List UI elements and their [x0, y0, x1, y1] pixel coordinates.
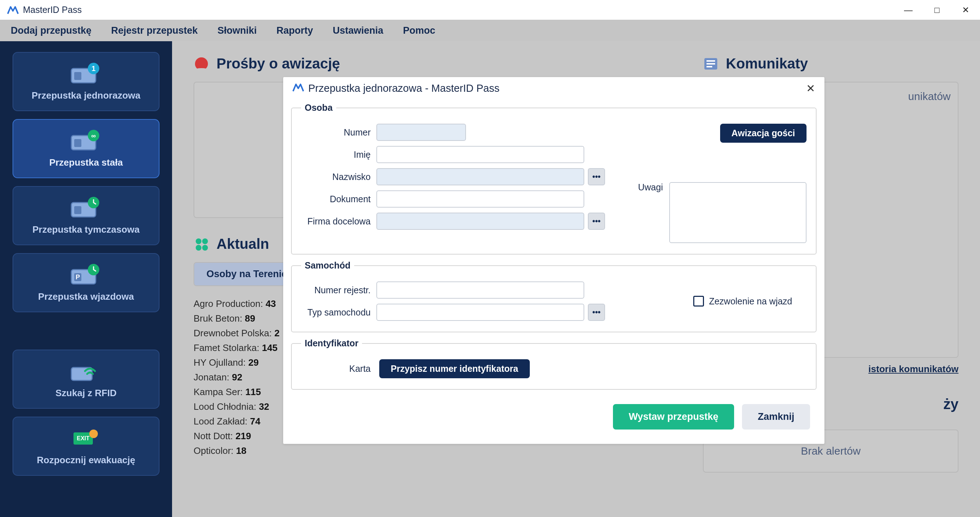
- menu-pass-registry[interactable]: Rejestr przepustek: [111, 25, 198, 36]
- sidebar-item-temp-pass[interactable]: Przepustka tymczasowa: [13, 186, 159, 245]
- identifier-group: Identyfikator Karta Przypisz numer ident…: [291, 338, 816, 390]
- label-document: Dokument: [301, 194, 373, 204]
- red-sphere-icon: [194, 56, 209, 72]
- menu-dictionaries[interactable]: Słowniki: [218, 25, 257, 36]
- menubar: Dodaj przepustkę Rejestr przepustek Słow…: [0, 20, 980, 41]
- lastname-input[interactable]: [376, 168, 584, 185]
- sidebar-item-vehicle-pass[interactable]: P Przepustka wjazdowa: [13, 253, 159, 312]
- firstname-input[interactable]: [376, 146, 584, 163]
- svg-text:EXIT: EXIT: [77, 435, 90, 441]
- sidebar-item-label: Przepustka stała: [49, 157, 123, 168]
- close-dialog-button[interactable]: Zamknij: [742, 404, 810, 430]
- svg-text:∞: ∞: [91, 132, 96, 140]
- label-reg-number: Numer rejestr.: [301, 285, 373, 296]
- menu-help[interactable]: Pomoc: [403, 25, 435, 36]
- badge-parking-icon: P: [70, 262, 102, 288]
- person-group: Osoba Numer Imię Nazwisko: [291, 103, 816, 255]
- label-number: Numer: [301, 127, 373, 138]
- menu-reports[interactable]: Raporty: [276, 25, 313, 36]
- person-legend: Osoba: [301, 103, 336, 113]
- titlebar: MasterID Pass — □ ✕: [0, 0, 980, 20]
- status-row: Opticolor: 18: [194, 445, 681, 457]
- svg-text:P: P: [76, 274, 80, 281]
- label-card: Karta: [301, 364, 373, 374]
- window-maximize-button[interactable]: □: [923, 0, 951, 20]
- sidebar-item-permanent-pass[interactable]: ∞ Przepustka stała: [13, 119, 159, 178]
- svg-point-23: [196, 245, 202, 251]
- label-lastname: Nazwisko: [301, 172, 373, 182]
- sidebar-item-start-evacuation[interactable]: EXIT Rozpocznij ewakuację: [13, 417, 159, 476]
- vehicle-legend: Samochód: [301, 260, 354, 271]
- requests-title: Prośby o awizację: [194, 56, 681, 72]
- document-input[interactable]: [376, 190, 584, 208]
- entry-permit-checkbox[interactable]: [693, 296, 704, 307]
- label-entry-permit: Zezwolenie na wjazd: [709, 296, 792, 307]
- issue-pass-button[interactable]: Wystaw przepustkę: [613, 404, 734, 430]
- svg-point-18: [89, 430, 98, 438]
- rfid-icon: [70, 358, 102, 384]
- window-minimize-button[interactable]: —: [894, 0, 923, 20]
- svg-rect-26: [706, 60, 715, 62]
- alerts-empty-text: Brak alertów: [801, 445, 861, 457]
- sidebar-item-rfid-search[interactable]: Szukaj z RFID: [13, 350, 159, 409]
- svg-rect-9: [74, 206, 81, 214]
- target-company-input[interactable]: [376, 213, 584, 230]
- dialog-title: Przepustka jednorazowa - MasterID Pass: [308, 83, 500, 94]
- sidebar-item-label: Przepustka jednorazowa: [32, 90, 140, 101]
- messages-partial-text: unikatów: [908, 90, 951, 103]
- number-input[interactable]: [376, 124, 466, 141]
- vehicle-type-lookup-button[interactable]: •••: [588, 304, 605, 321]
- sidebar-item-label: Szukaj z RFID: [56, 388, 116, 399]
- menu-add-pass[interactable]: Dodaj przepustkę: [11, 25, 91, 36]
- main-content: Prośby o awizację Aktualn Osoby na Teren…: [172, 41, 980, 517]
- label-firstname: Imię: [301, 150, 373, 160]
- menu-settings[interactable]: Ustawienia: [332, 25, 383, 36]
- exit-icon: EXIT: [70, 425, 102, 451]
- svg-rect-1: [74, 72, 81, 80]
- badge-infinity-icon: ∞: [70, 128, 102, 153]
- one-time-pass-dialog: Przepustka jednorazowa - MasterID Pass ✕…: [283, 77, 824, 444]
- label-vehicle-type: Typ samochodu: [301, 307, 373, 318]
- app-logo-icon: [7, 6, 19, 14]
- badge-clock-icon: [70, 195, 102, 221]
- vehicle-type-input[interactable]: [376, 304, 584, 321]
- people-status-icon: [194, 236, 209, 252]
- svg-point-20: [195, 68, 208, 71]
- svg-text:1: 1: [91, 65, 95, 72]
- svg-point-24: [202, 245, 208, 251]
- sidebar-item-label: Rozpocznij ewakuację: [37, 455, 135, 466]
- guest-notification-button[interactable]: Awizacja gości: [720, 124, 807, 143]
- label-target-company: Firma docelowa: [301, 216, 373, 227]
- sidebar-item-label: Przepustka tymczasowa: [32, 224, 140, 235]
- notes-textarea[interactable]: [669, 182, 807, 243]
- svg-rect-5: [74, 139, 81, 147]
- app-logo-icon: [293, 83, 304, 94]
- svg-point-21: [196, 239, 202, 244]
- sidebar-item-one-time-pass[interactable]: 1 Przepustka jednorazowa: [13, 52, 159, 111]
- window-close-button[interactable]: ✕: [951, 0, 980, 20]
- target-company-lookup-button[interactable]: •••: [588, 213, 605, 230]
- dialog-close-button[interactable]: ✕: [806, 82, 815, 95]
- sidebar: 1 Przepustka jednorazowa ∞ Przepustka st…: [0, 41, 172, 517]
- window-title: MasterID Pass: [23, 5, 82, 15]
- svg-point-22: [202, 239, 208, 244]
- messages-icon: [703, 56, 719, 72]
- assign-id-button[interactable]: Przypisz numer identyfikatora: [379, 359, 530, 378]
- identifier-legend: Identyfikator: [301, 338, 362, 348]
- lastname-lookup-button[interactable]: •••: [588, 168, 605, 185]
- reg-number-input[interactable]: [376, 282, 584, 299]
- sidebar-item-label: Przepustka wjazdowa: [38, 291, 134, 302]
- label-notes: Uwagi: [638, 182, 663, 243]
- messages-title: Komunikaty: [703, 56, 958, 72]
- vehicle-group: Samochód Numer rejestr. Typ samochodu ••…: [291, 260, 816, 332]
- badge-one-icon: 1: [70, 60, 102, 86]
- svg-rect-27: [706, 63, 715, 65]
- svg-rect-28: [706, 66, 712, 67]
